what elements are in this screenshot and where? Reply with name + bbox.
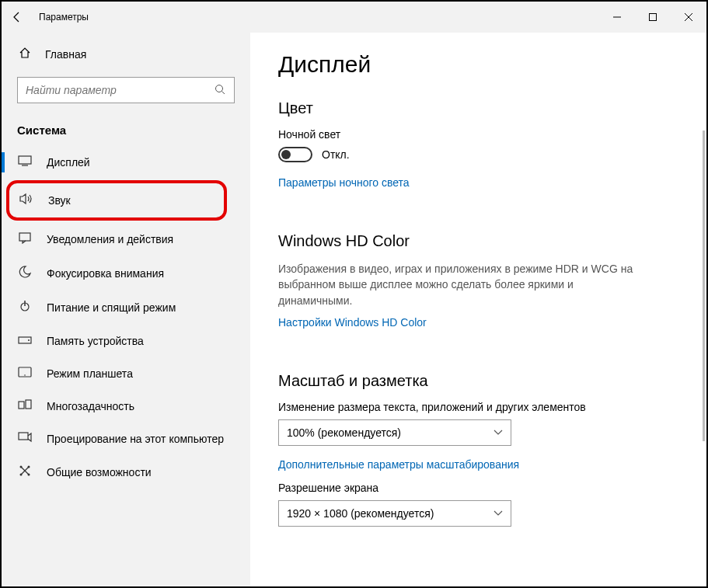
display-icon	[17, 155, 33, 169]
minimize-button[interactable]	[599, 2, 635, 33]
nightlight-toggle[interactable]	[278, 147, 312, 162]
sidebar-item-label: Общие возможности	[47, 466, 152, 478]
category-label: Система	[2, 111, 250, 146]
window-title: Параметры	[33, 12, 599, 23]
sidebar-item-tablet[interactable]: Режим планшета	[2, 357, 250, 390]
sidebar-item-label: Память устройства	[47, 335, 144, 347]
sidebar-item-sound[interactable]: Звук	[6, 180, 227, 221]
home-link[interactable]: Главная	[2, 39, 250, 69]
maximize-button[interactable]	[635, 2, 671, 33]
svg-rect-15	[19, 402, 24, 409]
section-scale: Масштаб и разметка	[278, 372, 672, 390]
scale-extra-link[interactable]: Дополнительные параметры масштабирования	[278, 458, 672, 471]
nightlight-label: Ночной свет	[278, 128, 672, 141]
svg-point-23	[28, 474, 30, 476]
resolution-value: 1920 × 1080 (рекомендуется)	[287, 507, 434, 520]
section-hdcolor: Windows HD Color	[278, 232, 672, 250]
scale-value: 100% (рекомендуется)	[287, 426, 401, 439]
resolution-label: Разрешение экрана	[278, 482, 672, 494]
search-input[interactable]	[26, 84, 211, 96]
sound-icon	[19, 193, 34, 208]
sidebar-item-label: Фокусировка внимания	[47, 267, 164, 280]
main-content: Дисплей Цвет Ночной свет Откл. Параметры…	[250, 33, 706, 586]
page-title: Дисплей	[278, 51, 672, 78]
close-button[interactable]	[671, 2, 706, 33]
sidebar-item-label: Режим планшета	[47, 367, 133, 380]
sidebar-item-label: Многозадачность	[47, 400, 134, 412]
resolution-dropdown[interactable]: 1920 × 1080 (рекомендуется)	[278, 500, 511, 527]
svg-rect-17	[19, 433, 28, 440]
sidebar-item-label: Дисплей	[47, 156, 90, 169]
sidebar-item-shared[interactable]: Общие возможности	[2, 455, 250, 489]
svg-rect-8	[19, 233, 30, 241]
svg-point-21	[28, 466, 30, 468]
sidebar-item-notifications[interactable]: Уведомления и действия	[2, 222, 250, 256]
toggle-state-label: Откл.	[322, 148, 350, 161]
scale-label: Изменение размера текста, приложений и д…	[278, 401, 672, 413]
sidebar-item-label: Проецирование на этот компьютер	[47, 433, 224, 445]
sidebar-item-label: Уведомления и действия	[47, 233, 173, 245]
focus-icon	[17, 266, 33, 281]
projection-icon	[17, 432, 33, 446]
sidebar-item-display[interactable]: Дисплей	[2, 146, 250, 179]
home-label: Главная	[45, 48, 86, 61]
chevron-down-icon	[494, 427, 503, 438]
sidebar-item-storage[interactable]: Память устройства	[2, 325, 250, 357]
hdcolor-settings-link[interactable]: Настройки Windows HD Color	[278, 316, 672, 329]
sidebar-item-label: Звук	[48, 194, 71, 207]
search-icon	[211, 84, 229, 97]
back-button[interactable]	[2, 2, 33, 33]
svg-rect-1	[650, 14, 657, 21]
scrollbar[interactable]	[703, 130, 705, 441]
power-icon	[17, 300, 33, 315]
chevron-down-icon	[494, 508, 503, 519]
storage-icon	[17, 334, 33, 348]
toggle-knob	[281, 150, 291, 159]
sidebar-item-projection[interactable]: Проецирование на этот компьютер	[2, 423, 250, 455]
sidebar-item-multitask[interactable]: Многозадачность	[2, 390, 250, 423]
section-color: Цвет	[278, 99, 672, 117]
search-box[interactable]	[17, 77, 235, 103]
scale-dropdown[interactable]: 100% (рекомендуется)	[278, 419, 511, 446]
hdcolor-description: Изображения в видео, играх и приложениях…	[278, 261, 643, 308]
nightlight-settings-link[interactable]: Параметры ночного света	[278, 176, 672, 189]
svg-line-5	[222, 91, 225, 94]
svg-rect-16	[26, 400, 31, 409]
svg-point-20	[20, 466, 23, 468]
sidebar: Главная Система Дисплей З	[2, 33, 250, 586]
tablet-icon	[17, 367, 33, 381]
svg-point-4	[216, 85, 223, 92]
home-icon	[17, 47, 33, 61]
notifications-icon	[17, 231, 33, 247]
sidebar-item-focus[interactable]: Фокусировка внимания	[2, 256, 250, 291]
sidebar-item-label: Питание и спящий режим	[47, 301, 176, 314]
sidebar-item-power[interactable]: Питание и спящий режим	[2, 291, 250, 325]
svg-point-22	[20, 474, 23, 476]
svg-rect-6	[19, 156, 31, 164]
svg-point-12	[28, 339, 30, 341]
multitask-icon	[17, 399, 33, 413]
svg-point-14	[24, 374, 26, 376]
shared-icon	[17, 464, 33, 480]
